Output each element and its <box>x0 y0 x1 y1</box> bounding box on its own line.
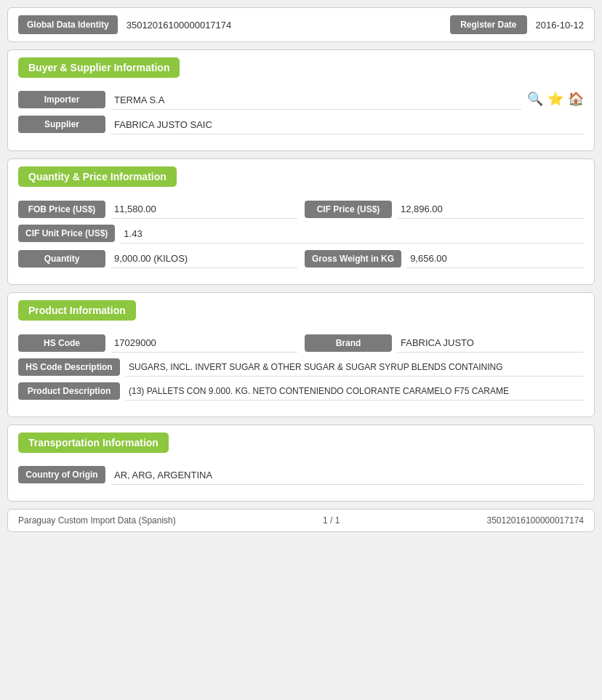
gross-weight-label: Gross Weight in KG <box>305 250 401 267</box>
global-data-identity-value: 35012016100000017174 <box>127 20 441 31</box>
cif-unit-price-label: CIF Unit Price (US$) <box>18 225 115 242</box>
cif-price-value: 12,896.00 <box>398 200 584 219</box>
action-icons: 🔍 ⭐ 🏠 <box>527 91 584 107</box>
quantity-value: 9,000.00 (KILOS) <box>111 249 297 268</box>
hs-code-label: HS Code <box>18 334 105 352</box>
hscode-pair: HS Code 17029000 <box>18 334 297 353</box>
cif-price-pair: CIF Price (US$) 12,896.00 <box>305 200 584 219</box>
transportation-card: Transportation Information Country of Or… <box>7 425 595 502</box>
gross-weight-value: 9,656.00 <box>407 249 584 268</box>
quantity-price-header: Quantity & Price Information <box>18 166 177 187</box>
home-icon[interactable]: 🏠 <box>568 91 584 107</box>
buyer-supplier-card: Buyer & Supplier Information Importer TE… <box>7 49 595 151</box>
hs-code-value: 17029000 <box>111 334 297 353</box>
product-desc-label: Product Description <box>18 382 120 400</box>
product-desc-row: Product Description (13) PALLETS CON 9.0… <box>18 382 584 401</box>
cif-price-label: CIF Price (US$) <box>305 201 392 218</box>
brand-label: Brand <box>305 334 392 352</box>
hs-code-desc-row: HS Code Description SUGARS, INCL. INVERT… <box>18 358 584 377</box>
footer-source: Paraguay Custom Import Data (Spanish) <box>18 515 176 526</box>
quantity-label: Quantity <box>18 250 105 267</box>
footer-pagination: 1 / 1 <box>323 515 340 526</box>
register-date-label: Register Date <box>450 15 526 34</box>
importer-row: Importer TERMA S.A 🔍 ⭐ 🏠 <box>18 91 584 110</box>
star-icon[interactable]: ⭐ <box>547 91 563 107</box>
product-desc-value: (13) PALLETS CON 9.000. KG. NETO CONTENI… <box>126 382 584 401</box>
supplier-row: Supplier FABRICA JUSTO SAIC <box>18 116 584 134</box>
top-bar: Global Data Identity 3501201610000001717… <box>7 7 595 42</box>
hs-code-desc-label: HS Code Description <box>18 358 120 376</box>
country-of-origin-label: Country of Origin <box>18 466 105 483</box>
country-of-origin-value: AR, ARG, ARGENTINA <box>111 466 584 485</box>
quantity-gross-row: Quantity 9,000.00 (KILOS) Gross Weight i… <box>18 249 584 268</box>
product-info-card: Product Information HS Code 17029000 Bra… <box>7 292 595 417</box>
supplier-value: FABRICA JUSTO SAIC <box>111 116 584 134</box>
gross-weight-pair: Gross Weight in KG 9,656.00 <box>305 249 584 268</box>
hs-code-desc-value: SUGARS, INCL. INVERT SUGAR & OTHER SUGAR… <box>126 358 584 377</box>
footer-record-id: 35012016100000017174 <box>487 515 584 526</box>
hscode-brand-row: HS Code 17029000 Brand FABRICA JUSTO <box>18 334 584 353</box>
page-container: Global Data Identity 3501201610000001717… <box>7 7 595 532</box>
search-icon[interactable]: 🔍 <box>527 91 543 107</box>
country-of-origin-row: Country of Origin AR, ARG, ARGENTINA <box>18 466 584 485</box>
transportation-header: Transportation Information <box>18 433 169 453</box>
cif-unit-price-row: CIF Unit Price (US$) 1.43 <box>18 225 584 244</box>
supplier-label: Supplier <box>18 116 105 133</box>
fob-cif-row: FOB Price (US$) 11,580.00 CIF Price (US$… <box>18 200 584 219</box>
global-data-identity-label: Global Data Identity <box>18 15 118 34</box>
product-info-header: Product Information <box>18 300 136 321</box>
importer-label: Importer <box>18 91 105 108</box>
brand-pair: Brand FABRICA JUSTO <box>305 334 584 353</box>
register-date-value: 2016-10-12 <box>536 20 585 31</box>
quantity-pair: Quantity 9,000.00 (KILOS) <box>18 249 297 268</box>
brand-value: FABRICA JUSTO <box>398 334 584 353</box>
fob-price-value: 11,580.00 <box>111 200 297 219</box>
fob-price-pair: FOB Price (US$) 11,580.00 <box>18 200 297 219</box>
footer-bar: Paraguay Custom Import Data (Spanish) 1 … <box>7 509 595 532</box>
importer-value: TERMA S.A <box>111 91 521 110</box>
buyer-supplier-header: Buyer & Supplier Information <box>18 57 180 78</box>
cif-unit-price-value: 1.43 <box>121 225 584 244</box>
fob-price-label: FOB Price (US$) <box>18 201 105 218</box>
quantity-price-card: Quantity & Price Information FOB Price (… <box>7 158 595 285</box>
